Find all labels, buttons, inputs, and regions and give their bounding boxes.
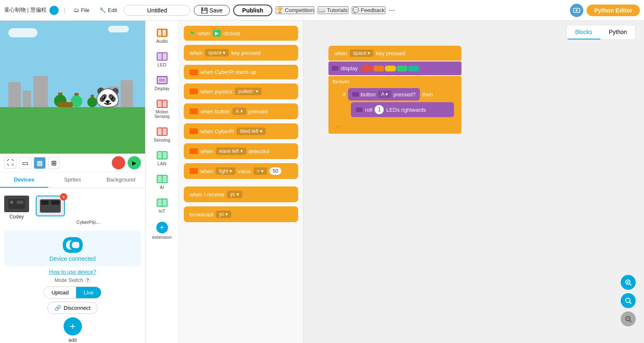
mode-info-icon[interactable]: ? xyxy=(85,277,91,283)
ai-cat-label: AI xyxy=(160,185,164,190)
block-cyberpi-starts[interactable]: when CyberPi starts up xyxy=(184,65,298,79)
publish-button[interactable]: Publish xyxy=(233,5,273,16)
canvas-cyberpi-icon xyxy=(332,66,338,71)
layout-3-button[interactable]: ⊞ xyxy=(48,157,59,169)
svg-rect-15 xyxy=(158,128,162,135)
display-cat-label: Display xyxy=(154,86,169,91)
canvas-roll-block[interactable]: roll 1 LEDs rightwards xyxy=(351,102,454,117)
layout-2-button[interactable]: ▩ xyxy=(34,157,46,169)
feedback-button[interactable]: 💬 Feedback xyxy=(352,6,385,14)
joystick-dropdown[interactable]: pulled↑ ▾ xyxy=(235,88,261,95)
chain-link-icon xyxy=(56,235,89,255)
category-motion[interactable]: Motion Sensing xyxy=(147,96,177,122)
led-cat-label: LED xyxy=(158,62,166,67)
category-led[interactable]: LED xyxy=(147,49,177,71)
python-editor-button[interactable]: Python Editor xyxy=(587,5,640,16)
light-dropdown[interactable]: light ▾ xyxy=(216,167,235,175)
canvas-forever-block[interactable]: forever if button A ▾ pressed? xyxy=(328,76,461,134)
category-extension[interactable]: + extension xyxy=(147,218,177,243)
upload-button[interactable]: Upload xyxy=(44,287,76,298)
block-receive[interactable]: when I receive yc ▾ xyxy=(184,186,298,202)
file-button[interactable]: 🗂 File xyxy=(70,5,93,15)
tab-blocks[interactable]: Blocks xyxy=(567,25,600,39)
edit-button[interactable]: 🔧 Edit xyxy=(96,5,120,15)
tab-sprites[interactable]: Sprites xyxy=(48,172,96,188)
device-icon-button[interactable] xyxy=(570,4,583,17)
svg-line-27 xyxy=(629,284,632,286)
category-iot[interactable]: IoT xyxy=(147,195,177,217)
layout-1-button[interactable]: ▭ xyxy=(19,157,31,169)
cyberpi-icon-6 xyxy=(190,168,198,174)
disconnect-button[interactable]: 🔗 Disconnect xyxy=(47,302,97,314)
block-when-key-pressed[interactable]: when space ▾ key pressed xyxy=(184,45,298,61)
add-device-button[interactable]: + add xyxy=(4,317,141,343)
remove-cyberpi-button[interactable]: × xyxy=(60,193,67,201)
zoom-reset-button[interactable] xyxy=(621,293,636,308)
live-button[interactable]: Live xyxy=(76,287,101,298)
category-ai[interactable]: AI xyxy=(147,171,177,193)
block-when-clicked[interactable]: ⚑ when ▶ clicked xyxy=(184,26,298,41)
codey-icon xyxy=(4,196,29,212)
stop-button[interactable] xyxy=(112,156,125,169)
stage-controls: ⛶ ▭ ▩ ⊞ ▶ xyxy=(0,154,145,172)
canvas-event-block[interactable]: when space ▾ key pressed xyxy=(328,46,461,61)
light-value-input: 50 xyxy=(269,167,281,175)
canvas-button-dropdown[interactable]: A ▾ xyxy=(378,91,392,98)
receive-dropdown[interactable]: yc ▾ xyxy=(227,191,242,198)
space-dropdown[interactable]: space ▾ xyxy=(205,49,229,56)
svg-line-31 xyxy=(629,302,632,304)
block-wave[interactable]: when wave left ▾ detected xyxy=(184,143,298,159)
tab-devices[interactable]: Devices xyxy=(0,172,48,188)
block-joystick[interactable]: when joystick pulled↑ ▾ xyxy=(184,83,298,99)
svg-rect-21 xyxy=(158,176,162,182)
canvas-area: Blocks Python when space ▾ key pressed d… xyxy=(303,21,644,343)
canvas-button-condition[interactable]: button A ▾ pressed? xyxy=(348,88,420,100)
save-button[interactable]: 💾 Save xyxy=(194,5,230,16)
gt-dropdown[interactable]: > ▾ xyxy=(254,167,267,175)
flag-green-icon: ▶ xyxy=(213,30,221,37)
codey-device[interactable]: Codey xyxy=(4,196,29,220)
svg-point-1 xyxy=(576,9,578,11)
svg-rect-25 xyxy=(163,199,167,206)
iot-cat-icon xyxy=(156,198,168,207)
run-button[interactable]: ▶ xyxy=(128,156,141,169)
block-button-pressed[interactable]: when button A ▾ pressed xyxy=(184,103,298,119)
button-a-dropdown[interactable]: A ▾ xyxy=(232,108,246,115)
broadcast-dropdown[interactable]: yc ▾ xyxy=(216,211,231,218)
canvas-zoom-controls xyxy=(621,275,636,326)
tutorials-button[interactable]: 📖 Tutorials xyxy=(318,6,348,14)
tab-python[interactable]: Python xyxy=(600,25,635,39)
block-tilted[interactable]: when CyberPi tilted left ▾ xyxy=(184,123,298,139)
stage: 🐼 xyxy=(0,21,145,154)
canvas-if-block[interactable]: if button A ▾ pressed? then xyxy=(339,86,457,119)
cyberpi-icon-3 xyxy=(190,108,198,114)
cyberpi-label: CyberPi(c... xyxy=(36,220,141,225)
tilt-dropdown[interactable]: tilted left ▾ xyxy=(237,127,266,135)
zoom-in-button[interactable] xyxy=(621,275,636,290)
zoom-out-button[interactable] xyxy=(621,311,636,326)
wave-dropdown[interactable]: wave left ▾ xyxy=(216,147,246,155)
tab-background[interactable]: Background xyxy=(97,172,145,188)
led-cat-icon xyxy=(156,52,168,61)
motion-cat-icon xyxy=(156,99,168,108)
category-audio[interactable]: Audio xyxy=(147,25,177,47)
svg-rect-7 xyxy=(163,53,167,60)
ai-cat-icon xyxy=(156,174,168,184)
how-to-link[interactable]: How to use device? xyxy=(4,269,141,275)
sensing-cat-label: Sensing xyxy=(154,137,170,142)
competition-button[interactable]: 🏆 Competition xyxy=(276,6,314,14)
save-icon: 💾 xyxy=(201,7,208,14)
extension-cat-icon: + xyxy=(156,222,168,233)
category-lan[interactable]: LAN xyxy=(147,147,177,169)
block-broadcast[interactable]: broadcast yc ▾ xyxy=(184,206,298,222)
canvas-display-block[interactable]: display xyxy=(328,61,461,75)
canvas-space-dropdown[interactable]: space ▾ xyxy=(350,49,373,57)
more-button[interactable]: ··· xyxy=(389,6,395,15)
mode-switch-label: Mode Switch xyxy=(54,277,83,283)
block-light-value[interactable]: when light ▾ value > ▾ 50 xyxy=(184,163,298,179)
svg-rect-24 xyxy=(158,199,162,206)
expand-button[interactable]: ⛶ xyxy=(4,157,17,169)
title-input[interactable] xyxy=(124,5,190,16)
category-display[interactable]: Display xyxy=(147,72,177,94)
category-sensing[interactable]: Sensing xyxy=(147,124,177,146)
